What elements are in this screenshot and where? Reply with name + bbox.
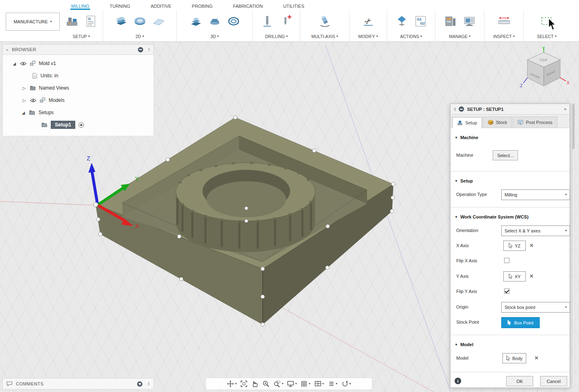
3d-morph-button[interactable]	[226, 12, 241, 30]
group-label-inspect[interactable]: INSPECT▾	[484, 33, 523, 40]
operation-type-dropdown[interactable]: Milling ▾	[501, 189, 570, 200]
tree-item-setups[interactable]: ◢ Setups	[3, 106, 153, 119]
machine-select-button[interactable]: Select...	[493, 150, 518, 160]
section-setup[interactable]: ▼Setup	[455, 178, 473, 183]
group-label-drilling[interactable]: DRILLING▾	[253, 33, 300, 40]
measure-button[interactable]	[496, 12, 512, 30]
dialog-title-bar[interactable]: ‖ SETUP : SETUP1 »	[451, 104, 570, 115]
minimize-panel-icon[interactable]	[138, 47, 143, 52]
select-tool-button[interactable]	[539, 12, 554, 30]
machine-library-button[interactable]	[462, 12, 477, 30]
flip-x-axis-checkbox[interactable]	[504, 258, 509, 263]
cancel-button[interactable]: Cancel	[540, 376, 567, 386]
group-label-2d[interactable]: 2D▾	[103, 33, 176, 40]
origin-dropdown[interactable]: Stock box point ▾	[501, 302, 570, 313]
expander-icon[interactable]: ▷	[22, 98, 27, 103]
active-setup-radio-icon[interactable]	[79, 122, 84, 128]
tree-item-root[interactable]: ◢ Mold v1	[3, 57, 153, 70]
dialog-tab-setup[interactable]: Setup	[452, 117, 482, 128]
tab-milling[interactable]: MILLING	[70, 2, 90, 10]
multi-axis-button[interactable]	[317, 12, 333, 30]
expander-icon[interactable]: ◢	[12, 61, 17, 66]
pan-tool[interactable]: ▾	[227, 380, 237, 387]
tree-item-units[interactable]: Units: in	[3, 70, 153, 82]
dialog-grip[interactable]: ‖	[454, 107, 456, 112]
drill-button[interactable]	[259, 12, 275, 30]
group-label-actions[interactable]: ACTIONS▾	[387, 33, 435, 40]
eye-icon[interactable]	[20, 61, 27, 66]
dialog-tab-post-process[interactable]: Post Process	[513, 117, 557, 128]
dialog-scrollbar[interactable]	[572, 104, 575, 388]
group-label-multi-axis[interactable]: MULTI-AXIS▾	[300, 33, 349, 40]
section-model[interactable]: ▼Model	[455, 342, 473, 347]
pan-hand-tool[interactable]	[251, 380, 259, 387]
view-cube[interactable]: TOP FRONT RIGHT Y X Z	[518, 45, 575, 99]
dialog-expand-icon[interactable]: »	[564, 107, 566, 111]
3d-contour-button[interactable]	[207, 12, 223, 30]
dialog-tab-stock[interactable]: Stock	[483, 117, 512, 128]
flip-y-axis-checkbox[interactable]	[504, 288, 509, 294]
simulate-button[interactable]	[394, 12, 410, 30]
tree-item-models[interactable]: ▷ Models	[3, 94, 153, 106]
post-process-button[interactable]: G1 G2	[413, 12, 428, 30]
zoom-tool[interactable]	[262, 380, 270, 387]
face-button[interactable]	[151, 12, 167, 30]
new-setup-button[interactable]	[64, 12, 80, 30]
ok-button[interactable]: OK	[506, 376, 533, 386]
info-icon[interactable]: i	[455, 378, 461, 384]
model-select-button[interactable]: Body	[502, 353, 526, 363]
2d-adaptive-button[interactable]	[113, 12, 129, 30]
tool-library-button[interactable]	[443, 12, 458, 30]
tab-turning[interactable]: TURNING	[109, 2, 131, 10]
operation-type-label: Operation Type	[456, 192, 487, 197]
tab-additive[interactable]: ADDITIVE	[150, 2, 172, 10]
clear-model-icon[interactable]: ✕	[534, 355, 538, 361]
eye-icon[interactable]	[30, 98, 36, 103]
group-label-manage[interactable]: MANAGE▾	[435, 33, 484, 40]
3d-adaptive-button[interactable]	[188, 12, 204, 30]
pointer-icon	[509, 274, 513, 279]
section-wcs[interactable]: ▼Work Coordinate System (WCS)	[455, 214, 529, 219]
x-axis-select-button[interactable]: YZ	[503, 241, 526, 251]
fit-view-tool[interactable]	[240, 380, 248, 387]
workspace-switcher-button[interactable]: MANUFACTURE ▾	[6, 13, 60, 31]
viewcube-top-face[interactable]: TOP	[539, 58, 547, 62]
add-comment-icon[interactable]	[137, 381, 142, 387]
dialog-collapse-icon[interactable]	[459, 106, 464, 112]
clear-x-axis-icon[interactable]: ✕	[529, 243, 534, 248]
collapse-panel-icon[interactable]: «	[6, 47, 9, 52]
group-label-3d[interactable]: 3D▾	[177, 33, 252, 40]
2d-pocket-button[interactable]	[132, 12, 148, 30]
viewports-tool[interactable]: ▾	[314, 380, 324, 387]
orbit-tool[interactable]: ▾	[341, 380, 351, 387]
panel-grip[interactable]: ‖	[148, 47, 150, 52]
drill-add-button[interactable]	[278, 12, 294, 30]
fit-icon	[240, 380, 248, 387]
tab-utilities[interactable]: UTILITIES	[282, 2, 305, 10]
group-label-setup[interactable]: SETUP▾	[60, 33, 103, 40]
zoom-window-tool[interactable]: ▾	[273, 380, 283, 387]
grid-snap-tool[interactable]: ▾	[300, 380, 310, 387]
panel-grip[interactable]: ‖	[148, 381, 150, 386]
expander-icon[interactable]: ▷	[22, 86, 27, 90]
comments-bar[interactable]: COMMENTS ‖	[2, 378, 154, 390]
group-label-modify[interactable]: MODIFY▾	[349, 33, 387, 40]
trim-toolpath-button[interactable]: ✂	[360, 12, 376, 30]
orientation-dropdown[interactable]: Select X & Y axes ▾	[501, 225, 570, 236]
clear-y-axis-icon[interactable]: ✕	[529, 273, 534, 279]
tab-fabrication[interactable]: FABRICATION	[232, 2, 264, 10]
section-machine[interactable]: ▼Machine	[455, 135, 478, 140]
expander-icon[interactable]: ◢	[21, 110, 26, 115]
layout-tool[interactable]: ▾	[328, 380, 338, 387]
display-settings-tool[interactable]: ▾	[287, 380, 297, 387]
tree-item-setup1[interactable]: Setup1	[3, 119, 153, 131]
stock-point-button[interactable]: Box Point	[501, 317, 540, 328]
tree-item-label: Models	[49, 97, 65, 103]
post-library-button[interactable]: G	[83, 12, 99, 30]
tree-item-named-views[interactable]: ▷ Named Views	[3, 82, 153, 94]
tab-probing[interactable]: PROBING	[191, 2, 214, 10]
scrollbar-thumb[interactable]	[572, 104, 574, 149]
selected-setup-chip[interactable]: Setup1	[51, 121, 75, 129]
y-axis-select-button[interactable]: XY	[503, 271, 526, 282]
group-label-select[interactable]: SELECT▾	[524, 33, 570, 40]
